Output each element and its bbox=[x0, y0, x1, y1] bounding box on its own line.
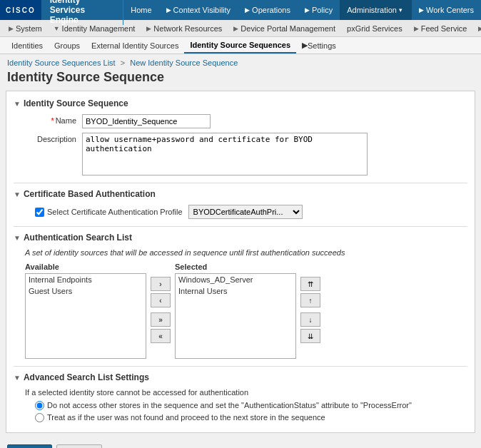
list-item[interactable]: Internal Endpoints bbox=[26, 274, 146, 285]
cert-row: Select Certificate Authentication Profil… bbox=[14, 205, 467, 219]
move-down-button[interactable]: ↓ bbox=[300, 312, 320, 327]
nav-policy[interactable]: ▶Policy bbox=[298, 0, 340, 20]
advanced-section-header[interactable]: ▼ Advanced Search List Settings bbox=[14, 372, 467, 382]
auth-section-header[interactable]: ▼ Authentication Search List bbox=[14, 233, 467, 243]
section-toggle-cert: ▼ bbox=[14, 190, 21, 198]
advanced-section: ▼ Advanced Search List Settings If a sel… bbox=[14, 366, 467, 422]
list-container: Available Internal Endpoints Guest Users… bbox=[14, 263, 467, 359]
submit-button[interactable]: Submit bbox=[7, 444, 52, 448]
nav-administration[interactable]: Administration▾ bbox=[340, 0, 412, 20]
auth-section-label: Authentication Search List bbox=[24, 233, 132, 243]
advanced-section-label: Advanced Search List Settings bbox=[24, 372, 149, 382]
cert-section-label: Certificate Based Authentication bbox=[24, 189, 156, 199]
nav-home[interactable]: Home bbox=[123, 0, 158, 20]
cert-section: ▼ Certificate Based Authentication Selec… bbox=[14, 183, 467, 219]
tab-external-identity-sources[interactable]: External Identity Sources bbox=[86, 37, 184, 54]
auth-section: ▼ Authentication Search List A set of id… bbox=[14, 226, 467, 359]
identity-section-header[interactable]: ▼ Identity Source Sequence bbox=[14, 98, 467, 108]
nav-operations[interactable]: ▶Operations bbox=[238, 0, 298, 20]
list-item[interactable]: Internal Users bbox=[176, 285, 295, 297]
description-textarea[interactable]: allow username+password and certificate … bbox=[82, 133, 368, 175]
cert-checkbox-label[interactable]: Select Certificate Authentication Profil… bbox=[35, 208, 183, 217]
tab-identities[interactable]: Identities bbox=[6, 37, 49, 54]
selected-column: Selected Windows_AD_Server Internal User… bbox=[175, 263, 296, 359]
desc-label: Description bbox=[25, 133, 82, 143]
list-item[interactable]: Guest Users bbox=[26, 285, 146, 297]
tab-groups[interactable]: Groups bbox=[49, 37, 86, 54]
cert-checkbox-text: Select Certificate Authentication Profil… bbox=[47, 208, 183, 216]
available-column: Available Internal Endpoints Guest Users bbox=[25, 263, 146, 359]
description-row: Description allow username+password and … bbox=[14, 133, 467, 175]
section-toggle-identity: ▼ bbox=[14, 100, 21, 108]
move-up-button[interactable]: ↑ bbox=[300, 293, 320, 307]
tab-identity-source-sequences[interactable]: Identity Source Sequences bbox=[184, 37, 296, 54]
name-input[interactable] bbox=[82, 114, 211, 128]
order-buttons: ⇈ ↑ ↓ ⇊ bbox=[300, 277, 320, 343]
nav2-feed-service[interactable]: ▶Feed Service bbox=[408, 20, 473, 36]
cisco-logo: CISCO bbox=[0, 0, 41, 20]
move-all-left-button[interactable]: « bbox=[151, 329, 171, 343]
radio-next-store[interactable] bbox=[35, 413, 44, 422]
transfer-buttons: › ‹ » « bbox=[151, 277, 171, 343]
nav2-device-portal[interactable]: ▶Device Portal Management bbox=[228, 20, 341, 36]
breadcrumb: Identity Source Sequences List > New Ide… bbox=[0, 54, 481, 68]
submit-bar: Submit Cancel bbox=[0, 439, 481, 448]
radio-row-1: Do not access other stores in the sequen… bbox=[14, 401, 467, 410]
cert-checkbox[interactable] bbox=[35, 208, 44, 217]
identity-section-label: Identity Source Sequence bbox=[24, 98, 128, 108]
second-navigation: ▶System ▼Identity Management ▶Network Re… bbox=[0, 20, 481, 37]
selected-label: Selected bbox=[175, 263, 296, 271]
nav2-network-resources[interactable]: ▶Network Resources bbox=[141, 20, 228, 36]
nav-context-visibility[interactable]: ▶Context Visibility bbox=[159, 0, 238, 20]
nav-work-centers[interactable]: ▶Work Centers bbox=[412, 0, 481, 20]
breadcrumb-separator: > bbox=[121, 58, 125, 67]
cert-profile-dropdown[interactable]: BYODCertificateAuthPri... bbox=[188, 205, 303, 219]
advanced-description: If a selected identity store cannot be a… bbox=[14, 388, 467, 397]
main-content: ▼ Identity Source Sequence *Name Descrip… bbox=[6, 91, 475, 433]
available-label: Available bbox=[25, 263, 146, 271]
auth-description: A set of identity sources that will be a… bbox=[14, 248, 467, 257]
available-list[interactable]: Internal Endpoints Guest Users bbox=[25, 273, 146, 359]
required-star: * bbox=[51, 116, 54, 125]
list-item[interactable]: Windows_AD_Server bbox=[176, 274, 295, 285]
radio1-label: Do not access other stores in the sequen… bbox=[47, 401, 412, 409]
radio-process-error[interactable] bbox=[35, 401, 44, 410]
move-bottom-button[interactable]: ⇊ bbox=[300, 329, 320, 343]
name-label: *Name bbox=[25, 114, 82, 125]
nav2-system[interactable]: ▶System bbox=[3, 20, 48, 36]
cisco-text: CISCO bbox=[6, 6, 36, 14]
cancel-button[interactable]: Cancel bbox=[56, 444, 101, 448]
selected-list[interactable]: Windows_AD_Server Internal Users bbox=[175, 273, 296, 359]
name-row: *Name bbox=[14, 114, 467, 128]
move-right-button[interactable]: › bbox=[151, 277, 171, 291]
section-toggle-auth: ▼ bbox=[14, 234, 21, 242]
tab-settings[interactable]: ▶Settings bbox=[296, 37, 342, 54]
cert-section-header[interactable]: ▼ Certificate Based Authentication bbox=[14, 189, 467, 199]
third-navigation: Identities Groups External Identity Sour… bbox=[0, 37, 481, 54]
top-navigation: CISCO Identity Services Engine Home ▶Con… bbox=[0, 0, 481, 20]
top-nav-items: Home ▶Context Visibility ▶Operations ▶Po… bbox=[123, 0, 481, 20]
move-top-button[interactable]: ⇈ bbox=[300, 277, 320, 291]
move-left-button[interactable]: ‹ bbox=[151, 293, 171, 307]
move-all-right-button[interactable]: » bbox=[151, 312, 171, 327]
nav2-pxgrid[interactable]: pxGrid Services bbox=[341, 20, 408, 36]
breadcrumb-list-link[interactable]: Identity Source Sequences List bbox=[7, 58, 116, 67]
radio2-label: Treat as if the user was not found and p… bbox=[47, 413, 325, 422]
nav2-threat-centric[interactable]: ▶Threat Centric NAC bbox=[472, 20, 481, 36]
nav2-identity-management[interactable]: ▼Identity Management bbox=[48, 20, 141, 36]
page-title: Identity Source Sequence bbox=[0, 68, 481, 91]
radio-row-2: Treat as if the user was not found and p… bbox=[14, 413, 467, 422]
section-toggle-advanced: ▼ bbox=[14, 374, 21, 382]
breadcrumb-current: New Identity Source Sequence bbox=[130, 58, 238, 67]
